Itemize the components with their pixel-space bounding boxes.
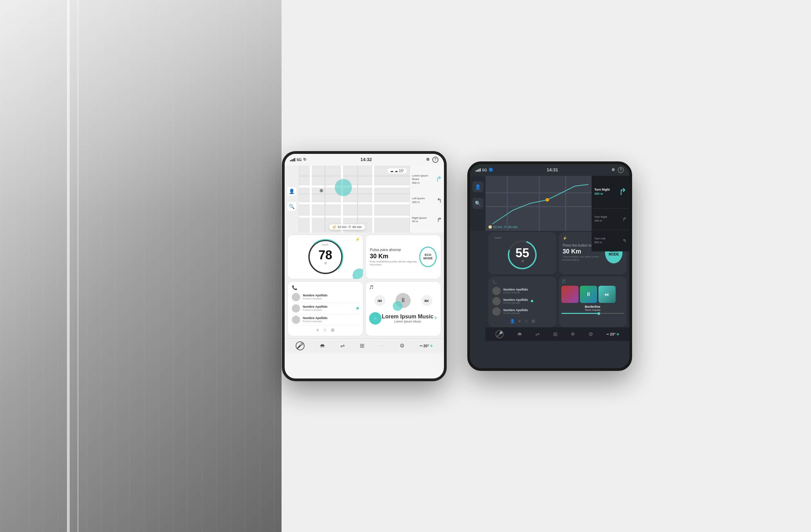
temp-plus-light[interactable]: +	[430, 343, 433, 349]
nav-distance-2: 200 m	[412, 201, 425, 204]
next-button-light[interactable]: ⏭	[421, 295, 432, 306]
help-icon-dark[interactable]: ?	[618, 167, 624, 173]
music-header: 🎵	[369, 285, 437, 290]
rain-button-light[interactable]: 🌧	[320, 343, 325, 349]
sidebar-icon-1[interactable]: 👤	[287, 186, 297, 196]
dark-call-2[interactable]: Nombre Apellido Fecha Llamada	[492, 296, 552, 306]
dark-person-icon[interactable]: 👤	[510, 319, 515, 324]
dark-call-name-2: Nombre Apellido	[503, 298, 528, 302]
speed-badge-light: 🧭 52 Km ⏱ 65 min	[329, 224, 365, 230]
status-right-dark: ⚙ ?	[612, 167, 624, 173]
music-footer-light: − Lorem Ipsum Music Lorem Ipsum Music +	[369, 312, 437, 325]
map-time: 65 min	[353, 225, 362, 229]
eco-label-2-dark: MODE	[609, 252, 619, 256]
call-info-3: Nombre Apellido Fecha Llamada	[303, 316, 359, 323]
dark-star-icon[interactable]: ☆	[524, 319, 528, 324]
dark-calls-footer: 👤 ≡ ☆ ⊞	[492, 317, 552, 324]
dark-music-artist: Tame Impala	[561, 308, 624, 312]
mic-button-dark[interactable]: 🎤	[495, 330, 504, 338]
temp-control-light: − 20° +	[420, 343, 433, 349]
temp-plus-dark[interactable]: +	[616, 331, 619, 337]
speed-gear-dark: ·D	[521, 259, 524, 263]
spotify-icon-dark: 🎵	[561, 279, 566, 284]
dark-call-1[interactable]: Nombre Apellido Fecha Llamada	[492, 286, 552, 296]
calls-footer: ≡ ☆ ⊞	[292, 326, 359, 332]
signal-bar-1	[290, 160, 291, 161]
rain-button-dark[interactable]: 🌧	[517, 331, 522, 337]
dark-call-3[interactable]: Nombre Apellido Fecha Llamada	[492, 306, 552, 317]
nav-text-main: Lorem Ipsum Music 500 m	[412, 174, 436, 185]
help-icon-light[interactable]: ?	[432, 157, 438, 163]
gear-icon-dark[interactable]: ⚙	[612, 168, 615, 172]
ac-button-dark[interactable]: ❄	[571, 331, 575, 337]
nav-main-text: Turn Right 300 m	[594, 188, 610, 196]
nav-item-main: Lorem Ipsum Music 500 m ↱	[412, 174, 442, 185]
call-item-2[interactable]: Nombre Apellido Fecha Llamada	[292, 303, 359, 314]
settings-button-light[interactable]: ⚙	[400, 342, 404, 349]
status-right-light: ⚙ ?	[426, 157, 438, 163]
mic-button-light[interactable]: 🎤	[296, 341, 305, 350]
route-svg	[486, 176, 592, 231]
call-date-2: Fecha Llamada	[303, 308, 354, 312]
sidebar-icon-dark-2[interactable]: 🔍	[472, 198, 483, 209]
dark-speed-badge: 🧭52 Km ⏱65 min	[488, 225, 517, 229]
call-date-1: Fecha Llamada	[303, 297, 359, 300]
refresh-icon: ↻	[303, 157, 306, 162]
temp-minus-dark[interactable]: −	[606, 331, 609, 337]
album-2	[580, 286, 597, 303]
bg-line-1	[67, 0, 70, 532]
dark-call-name-1: Nombre Apellido	[503, 288, 528, 291]
temp-control-dark: − 20° +	[606, 331, 619, 337]
nav-arrow-2-dark: ↱	[622, 216, 627, 222]
call-item-1[interactable]: Nombre Apellido Fecha Llamada	[292, 292, 359, 303]
dark-grid-icon-calls[interactable]: ⊞	[532, 319, 535, 324]
call-item-3[interactable]: Nombre Apellido Fecha Llamada	[292, 314, 359, 326]
sidebar-icon-2[interactable]: 🔍	[287, 201, 297, 212]
music-header-dark: 🎵	[561, 279, 624, 284]
tablets-container: 5G ↻ 14:32 ⚙ ?	[282, 151, 632, 381]
settings-button-dark[interactable]: ⚙	[589, 331, 593, 337]
prev-button-light[interactable]: ⏮	[374, 295, 385, 306]
clock-dark: 14:31	[547, 167, 558, 172]
sidebar-icon-dark-1[interactable]: 👤	[472, 181, 483, 192]
music-add-icon[interactable]: +	[434, 315, 437, 322]
temp-value-light: 20°	[423, 344, 429, 348]
grid-icon-calls[interactable]: ⊞	[331, 328, 334, 332]
call-name-1: Nombre Apellido	[303, 294, 359, 297]
eco-button-light[interactable]: ECO MODE	[419, 247, 437, 267]
grid-button-dark[interactable]: ⊞	[553, 331, 558, 337]
grid-button-light[interactable]: ⊞	[360, 342, 364, 349]
dark-map-speed: 52 Km	[493, 225, 502, 229]
music-widget-light: 🎵 ⏮ ⏸ ⏭ − Lorem Ipsum Music Lorem Ipsum …	[365, 281, 441, 336]
toolbar-dark: 🎤 🌧 ⇌ ⊞ ❄ ⚙ − 20° +	[486, 327, 629, 341]
weather-badge: ☁☁ 15°	[387, 168, 407, 173]
gear-icon-light[interactable]: ⚙	[426, 157, 430, 162]
network-label-dark: 5G	[482, 168, 487, 172]
dark-call-info-1: Nombre Apellido Fecha Llamada	[503, 288, 528, 294]
dark-call-date-3: Fecha Llamada	[503, 312, 528, 314]
nav-text-2: Left Ipsum 200 m	[412, 197, 425, 204]
star-icon[interactable]: ☆	[323, 328, 327, 332]
route-button-dark[interactable]: ⇌	[535, 331, 540, 337]
sidebar-left-light: 👤 🔍	[285, 166, 299, 233]
calls-header: 📞	[292, 285, 359, 290]
nav-dir-2-dark: Turn Right	[594, 215, 607, 219]
route-button-light[interactable]: ⇌	[340, 342, 345, 349]
temp-minus-light[interactable]: −	[420, 343, 423, 349]
status-bar-light: 5G ↻ 14:32 ⚙ ?	[285, 154, 444, 166]
nav-panel-dark: Turn Right 300 m ↱ Turn Right 100 m ↱ Tu…	[592, 176, 629, 251]
lightning-icon-light: ⚡	[355, 237, 360, 242]
signal-bar-d3	[478, 169, 479, 172]
list-icon[interactable]: ≡	[316, 328, 319, 332]
nav-dir-3-dark: Turn Left	[594, 237, 605, 240]
nav-distance-3: 50 m	[412, 220, 427, 223]
dark-list-icon[interactable]: ≡	[518, 319, 521, 324]
volume-thumb[interactable]	[597, 312, 600, 315]
dark-avatar-2	[492, 297, 501, 305]
phone-icon-dark: 📞	[492, 280, 497, 284]
toolbar-light: 🎤 🌧 ⇌ ⊞ ··· ⚙ − 20° +	[285, 338, 444, 353]
nav-item-2-dark: Turn Right 100 m ↱	[592, 208, 629, 230]
nav-arrow-2: ↰	[437, 197, 442, 204]
nav-item-3-dark: Turn Left 500 m ↰	[592, 230, 629, 251]
nav-text-3: Right Ipsum 50 m	[412, 216, 427, 224]
